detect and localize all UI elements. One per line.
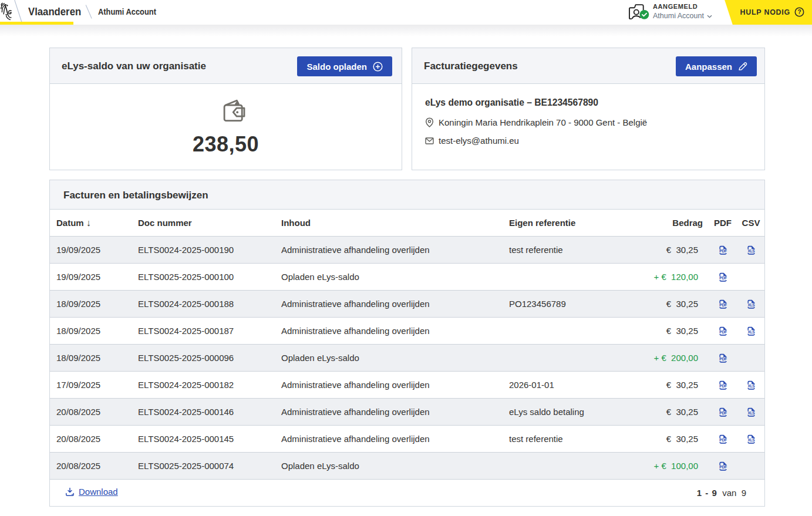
svg-text:PDF: PDF: [719, 437, 727, 441]
svg-text:?: ?: [797, 9, 801, 15]
svg-text:PDF: PDF: [719, 302, 727, 306]
svg-text:PDF: PDF: [719, 275, 727, 279]
svg-text:PDF: PDF: [719, 329, 727, 333]
svg-text:XLS: XLS: [747, 302, 755, 306]
svg-text:PDF: PDF: [719, 383, 727, 387]
svg-text:XLS: XLS: [747, 437, 755, 441]
svg-text:XLS: XLS: [747, 329, 755, 333]
svg-text:PDF: PDF: [719, 464, 727, 468]
svg-text:XLS: XLS: [747, 410, 755, 414]
svg-text:PDF: PDF: [719, 248, 727, 252]
svg-text:XLS: XLS: [747, 248, 755, 252]
svg-text:PDF: PDF: [719, 410, 727, 414]
svg-text:XLS: XLS: [747, 383, 755, 387]
svg-text:PDF: PDF: [719, 356, 727, 360]
